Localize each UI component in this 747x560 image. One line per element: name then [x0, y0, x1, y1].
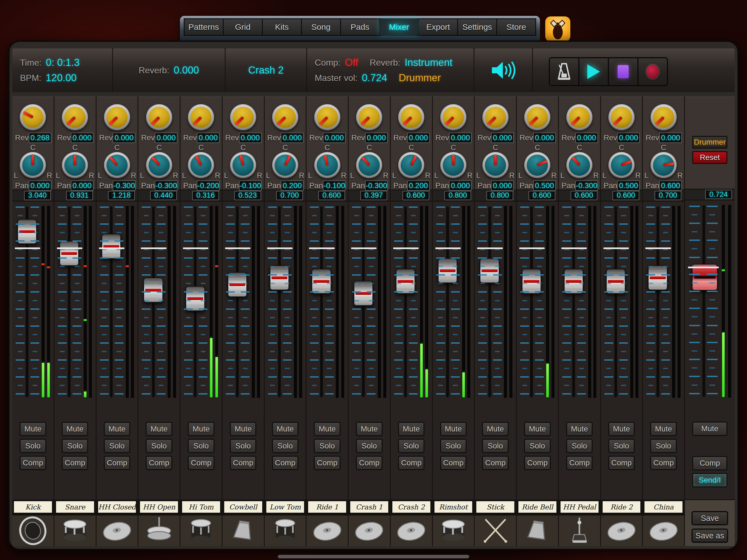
reverb-send-knob[interactable]	[524, 104, 550, 130]
reverb-send-knob[interactable]	[62, 104, 88, 130]
tab-mixer[interactable]: Mixer	[380, 19, 418, 35]
volume-fader[interactable]	[311, 269, 331, 294]
pan-knob[interactable]: L R	[146, 152, 172, 178]
home-indicator[interactable]	[278, 555, 469, 558]
instrument-name-tag[interactable]: Ride 2	[602, 501, 641, 513]
send-instrument-toggle[interactable]: Send/I	[692, 473, 727, 487]
stop-button[interactable]	[609, 58, 639, 85]
comp-button[interactable]: Comp	[20, 456, 46, 470]
pan-knob[interactable]: L R	[398, 152, 424, 178]
volume-fader[interactable]	[228, 272, 247, 297]
instrument-name-tag[interactable]: Hi Tom	[181, 501, 221, 513]
record-button[interactable]	[639, 58, 667, 85]
mute-button[interactable]: Mute	[314, 422, 340, 436]
instrument-name-tag[interactable]: Ride Bell	[518, 501, 557, 513]
instrument-image[interactable]	[265, 515, 306, 546]
instrument-image[interactable]	[97, 515, 138, 546]
instrument-image[interactable]	[559, 515, 600, 546]
volume-fader[interactable]	[438, 258, 458, 283]
instrument-name-tag[interactable]: Low Tom	[265, 501, 305, 513]
volume-fader[interactable]	[648, 265, 667, 290]
instrument-name-tag[interactable]: HH Pedal	[560, 501, 599, 513]
instrument-image[interactable]	[517, 515, 558, 546]
reverb-send-knob[interactable]	[440, 104, 466, 130]
solo-button[interactable]: Solo	[188, 439, 214, 453]
reverb-send-knob[interactable]	[272, 104, 298, 130]
solo-button[interactable]: Solo	[440, 439, 466, 453]
pan-knob[interactable]: L R	[482, 152, 509, 178]
pan-knob[interactable]: L R	[524, 152, 550, 178]
instrument-image[interactable]	[391, 515, 432, 546]
tab-export[interactable]: Export	[419, 19, 457, 35]
instrument-image[interactable]	[475, 515, 516, 546]
solo-button[interactable]: Solo	[566, 439, 593, 453]
reverb-send-knob[interactable]	[314, 104, 340, 130]
volume-fader[interactable]	[185, 286, 205, 311]
instrument-name-tag[interactable]: Crash 1	[350, 501, 389, 513]
instrument-image[interactable]	[601, 515, 642, 546]
comp-button[interactable]: Comp	[104, 456, 130, 470]
comp-button[interactable]: Comp	[146, 456, 172, 470]
reset-button[interactable]: Reset	[692, 151, 727, 164]
tab-patterns[interactable]: Patterns	[185, 19, 223, 35]
volume-fader[interactable]	[396, 269, 415, 294]
mute-button[interactable]: Mute	[524, 422, 550, 436]
reverb-send-knob[interactable]	[609, 104, 635, 130]
instrument-name-tag[interactable]: Snare	[55, 501, 95, 513]
solo-button[interactable]: Solo	[20, 439, 46, 453]
instrument-image[interactable]	[138, 515, 180, 546]
instrument-name-tag[interactable]: Crash 2	[391, 501, 431, 513]
volume-fader[interactable]	[564, 269, 584, 294]
instrument-image[interactable]	[349, 515, 390, 546]
instrument-image[interactable]	[223, 515, 264, 546]
tab-grid[interactable]: Grid	[224, 19, 262, 35]
instrument-name-tag[interactable]: Kick	[13, 501, 53, 513]
solo-button[interactable]: Solo	[398, 439, 424, 453]
instrument-image[interactable]	[307, 515, 348, 546]
mute-button[interactable]: Mute	[398, 422, 424, 436]
volume-fader[interactable]	[269, 265, 289, 290]
solo-button[interactable]: Solo	[314, 439, 340, 453]
instrument-image[interactable]	[12, 515, 54, 546]
reverb-value[interactable]: 0.000	[174, 65, 199, 76]
selected-pad-name[interactable]: Crash 2	[248, 65, 284, 76]
pan-knob[interactable]: L R	[230, 152, 256, 178]
instrument-image[interactable]	[643, 515, 684, 546]
volume-fader[interactable]	[606, 269, 626, 294]
bpm-value[interactable]: 120.00	[46, 72, 77, 84]
comp-button[interactable]: Comp	[609, 456, 635, 470]
solo-button[interactable]: Solo	[650, 439, 676, 453]
pan-knob[interactable]: L R	[609, 152, 635, 178]
pan-knob[interactable]: L R	[356, 152, 382, 178]
pan-knob[interactable]: L R	[188, 152, 214, 178]
mute-button[interactable]: Mute	[146, 422, 172, 436]
save-as-button[interactable]: Save as	[692, 529, 728, 543]
reverb-send-knob[interactable]	[188, 104, 214, 130]
instrument-name-tag[interactable]: HH Open	[139, 501, 179, 513]
instrument-name-tag[interactable]: Ride 1	[307, 501, 347, 513]
volume-fader[interactable]	[143, 278, 163, 303]
pan-knob[interactable]: L R	[272, 152, 298, 178]
solo-button[interactable]: Solo	[62, 439, 88, 453]
instrument-image[interactable]	[433, 515, 474, 546]
solo-button[interactable]: Solo	[272, 439, 298, 453]
mute-button[interactable]: Mute	[104, 422, 130, 436]
solo-button[interactable]: Solo	[104, 439, 130, 453]
instrument-name-tag[interactable]: Stick	[475, 501, 515, 513]
comp-button[interactable]: Comp	[440, 456, 466, 470]
volume-fader[interactable]	[59, 241, 79, 266]
solo-button[interactable]: Solo	[482, 439, 508, 453]
play-button[interactable]	[579, 58, 609, 85]
reverb-send-knob[interactable]	[566, 104, 593, 130]
speaker-icon[interactable]	[490, 59, 516, 81]
comp-button[interactable]: Comp	[188, 456, 214, 470]
reverb-send-knob[interactable]	[650, 104, 677, 130]
master-mute-button[interactable]: Mute	[692, 422, 727, 436]
pan-knob[interactable]: L R	[566, 152, 593, 178]
master-vol-value[interactable]: 0.724	[362, 72, 387, 84]
reverb-send-knob[interactable]	[146, 104, 172, 130]
mute-button[interactable]: Mute	[62, 422, 88, 436]
instrument-name-tag[interactable]: Cowbell	[223, 501, 263, 513]
pan-knob[interactable]: L R	[62, 152, 88, 178]
mute-button[interactable]: Mute	[188, 422, 214, 436]
